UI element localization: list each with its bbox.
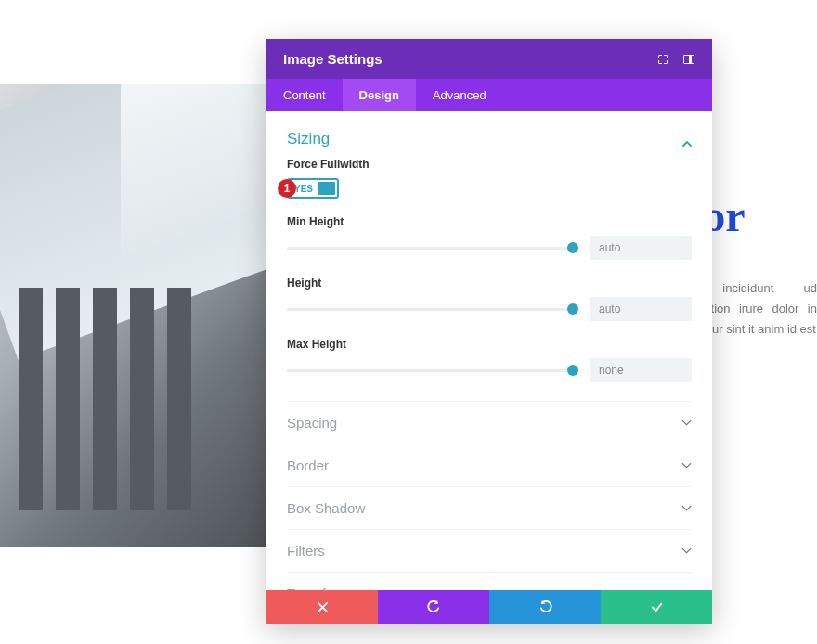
max-height-label: Max Height bbox=[287, 338, 692, 351]
close-icon bbox=[316, 600, 330, 614]
height-label: Height bbox=[287, 277, 692, 290]
tab-content[interactable]: Content bbox=[266, 79, 343, 111]
modal-footer bbox=[266, 590, 712, 624]
section-box-shadow[interactable]: Box Shadow bbox=[287, 486, 692, 529]
slider-thumb[interactable] bbox=[567, 303, 578, 315]
chevron-down-icon bbox=[681, 457, 692, 473]
section-sizing-label: Sizing bbox=[287, 130, 330, 148]
toggle-knob bbox=[318, 182, 335, 195]
force-fullwidth-label: Force Fullwidth bbox=[287, 158, 692, 171]
section-border-label: Border bbox=[287, 457, 329, 473]
tab-design[interactable]: Design bbox=[343, 79, 416, 111]
undo-icon bbox=[427, 600, 441, 614]
modal-header: Image Settings bbox=[266, 39, 712, 79]
chevron-up-icon bbox=[682, 135, 692, 144]
section-filters-label: Filters bbox=[287, 543, 325, 559]
max-height-slider[interactable] bbox=[287, 362, 573, 379]
min-height-input[interactable] bbox=[590, 236, 692, 260]
check-icon bbox=[650, 600, 664, 614]
max-height-input[interactable] bbox=[590, 358, 692, 382]
chevron-down-icon bbox=[681, 500, 692, 516]
section-sizing-header[interactable]: Sizing bbox=[287, 126, 692, 158]
tab-advanced[interactable]: Advanced bbox=[416, 79, 503, 111]
min-height-slider[interactable] bbox=[287, 239, 573, 256]
modal-tabs: Content Design Advanced bbox=[266, 79, 712, 111]
section-sizing: Sizing Force Fullwidth 1 YES Min Height bbox=[287, 126, 692, 401]
cancel-button[interactable] bbox=[266, 590, 378, 624]
redo-icon bbox=[538, 600, 552, 614]
modal-body[interactable]: Sizing Force Fullwidth 1 YES Min Height bbox=[266, 111, 712, 590]
chevron-down-icon bbox=[681, 543, 692, 559]
height-input[interactable] bbox=[590, 297, 692, 321]
undo-button[interactable] bbox=[378, 590, 489, 624]
redo-button[interactable] bbox=[489, 590, 601, 624]
page-background-image bbox=[0, 84, 269, 547]
expand-icon[interactable] bbox=[656, 53, 669, 66]
section-box-shadow-label: Box Shadow bbox=[287, 500, 365, 516]
image-settings-modal: Image Settings Content Design Advanced S… bbox=[266, 39, 712, 624]
save-button[interactable] bbox=[601, 590, 712, 624]
section-spacing[interactable]: Spacing bbox=[287, 401, 692, 444]
min-height-label: Min Height bbox=[287, 215, 692, 228]
section-spacing-label: Spacing bbox=[287, 415, 337, 431]
panel-toggle-icon[interactable] bbox=[682, 53, 695, 66]
section-transform[interactable]: Transform bbox=[287, 572, 692, 590]
height-slider[interactable] bbox=[287, 301, 573, 317]
chevron-down-icon bbox=[681, 415, 692, 431]
modal-title: Image Settings bbox=[283, 51, 383, 67]
step-marker-1: 1 bbox=[278, 179, 296, 198]
slider-thumb[interactable] bbox=[567, 365, 578, 376]
section-border[interactable]: Border bbox=[287, 444, 692, 486]
slider-thumb[interactable] bbox=[567, 242, 578, 253]
section-filters[interactable]: Filters bbox=[287, 529, 692, 572]
